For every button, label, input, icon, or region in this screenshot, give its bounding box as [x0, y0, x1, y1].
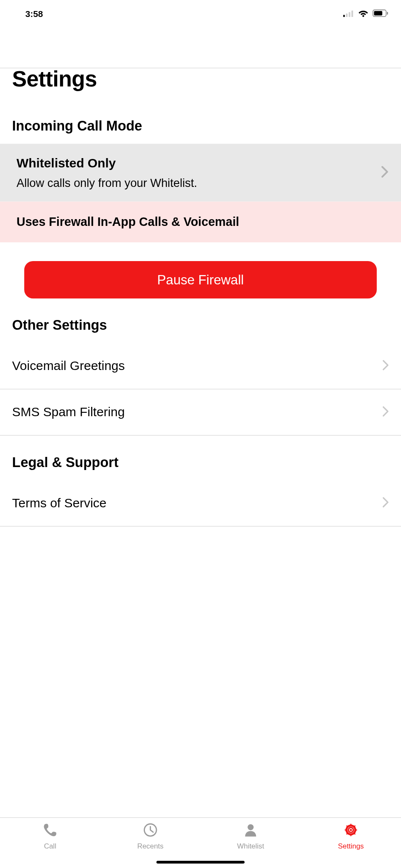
section-header-other: Other Settings — [0, 298, 401, 343]
call-mode-subtitle: Allow calls only from your Whitelist. — [17, 176, 377, 189]
call-mode-title: Whitelisted Only — [17, 156, 377, 171]
row-sms-spam-filtering[interactable]: SMS Spam Filtering — [0, 389, 401, 436]
row-terms-of-service[interactable]: Terms of Service — [0, 480, 401, 526]
chevron-right-icon — [382, 406, 389, 419]
svg-rect-2 — [349, 12, 351, 17]
tab-bar: Call Recents Whitelist — [0, 817, 401, 868]
svg-rect-3 — [351, 11, 353, 17]
row-label: Voicemail Greetings — [12, 359, 125, 373]
section-header-legal: Legal & Support — [0, 436, 401, 480]
chevron-right-icon — [382, 496, 389, 509]
status-time: 3:58 — [25, 9, 43, 19]
svg-point-9 — [248, 824, 253, 830]
row-label: Terms of Service — [12, 496, 107, 511]
call-mode-text: Whitelisted Only Allow calls only from y… — [17, 156, 377, 189]
page-title: Settings — [0, 42, 401, 92]
section-header-incoming: Incoming Call Mode — [0, 92, 401, 144]
tab-label: Call — [44, 842, 56, 850]
tab-label: Settings — [338, 842, 364, 850]
chevron-right-icon — [382, 359, 389, 373]
gear-icon — [343, 822, 359, 840]
tab-label: Whitelist — [237, 842, 264, 850]
svg-rect-6 — [374, 11, 382, 15]
svg-rect-0 — [343, 15, 345, 17]
svg-point-4 — [362, 15, 364, 17]
tab-label: Recents — [137, 842, 164, 850]
row-voicemail-greetings[interactable]: Voicemail Greetings — [0, 343, 401, 389]
chevron-right-icon — [381, 165, 389, 180]
row-label: SMS Spam Filtering — [12, 405, 125, 420]
cellular-icon — [343, 9, 354, 19]
status-bar: 3:58 — [0, 2, 401, 26]
svg-point-12 — [350, 829, 352, 831]
tab-call[interactable]: Call — [0, 818, 100, 868]
home-indicator[interactable] — [156, 861, 245, 863]
svg-rect-7 — [387, 12, 388, 14]
battery-icon — [372, 9, 389, 19]
person-icon — [243, 822, 258, 840]
call-mode-row[interactable]: Whitelisted Only Allow calls only from y… — [0, 144, 401, 201]
tab-settings[interactable]: Settings — [301, 818, 401, 868]
status-icons — [343, 9, 389, 19]
pause-firewall-button[interactable]: Pause Firewall — [24, 261, 377, 298]
firewall-banner: Uses Firewall In-App Calls & Voicemail — [0, 202, 401, 242]
phone-icon — [42, 822, 58, 840]
wifi-icon — [358, 9, 369, 19]
svg-rect-1 — [346, 14, 348, 17]
clock-icon — [143, 822, 158, 840]
